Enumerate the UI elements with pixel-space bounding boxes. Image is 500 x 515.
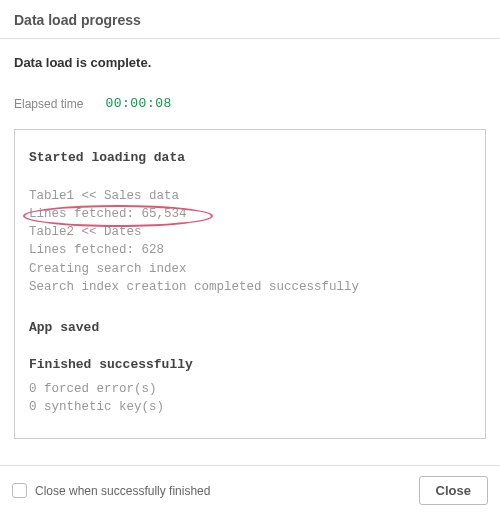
log-line: Table1 << Sales data <box>29 187 471 205</box>
elapsed-time: 00:00:08 <box>105 96 171 111</box>
log-saved-title: App saved <box>29 320 471 335</box>
log-forced-errors: 0 forced error(s) <box>29 380 471 398</box>
close-when-finished-checkbox[interactable] <box>12 483 27 498</box>
close-button[interactable]: Close <box>419 476 488 505</box>
dialog-footer: Close when successfully finished Close <box>0 465 500 515</box>
log-line: Creating search index <box>29 260 471 278</box>
log-start-title: Started loading data <box>29 150 471 165</box>
status-message: Data load is complete. <box>0 39 500 78</box>
log-line: Lines fetched: 65,534 <box>29 205 471 223</box>
dialog-title: Data load progress <box>0 0 500 39</box>
elapsed-row: Elapsed time 00:00:08 <box>0 78 500 125</box>
log-line: Lines fetched: 628 <box>29 241 471 259</box>
close-when-finished-label: Close when successfully finished <box>35 484 210 498</box>
log-synthetic-keys: 0 synthetic key(s) <box>29 398 471 416</box>
log-panel: Started loading data Table1 << Sales dat… <box>14 129 486 439</box>
log-line: Table2 << Dates <box>29 223 471 241</box>
log-line: Search index creation completed successf… <box>29 278 471 296</box>
log-finished-title: Finished successfully <box>29 357 471 372</box>
elapsed-label: Elapsed time <box>14 97 83 111</box>
close-when-finished-option[interactable]: Close when successfully finished <box>12 483 210 498</box>
